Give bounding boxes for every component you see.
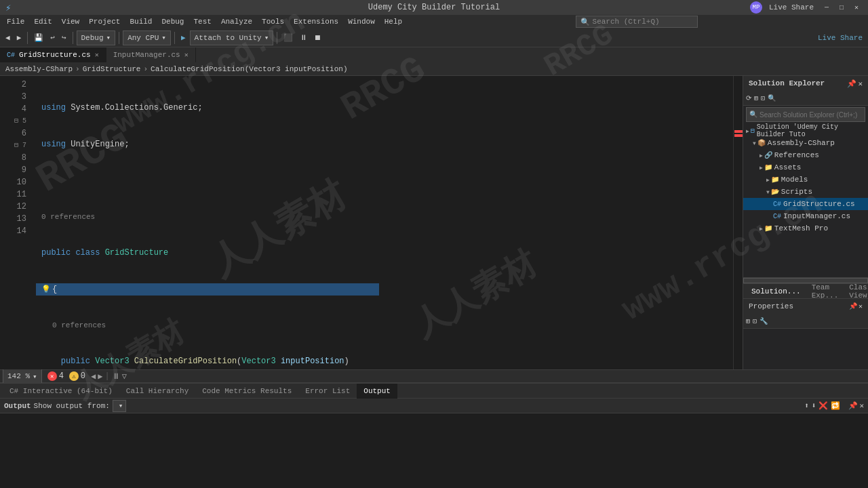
- se-search-bar[interactable]: 🔍: [746, 107, 865, 122]
- se-sync-icon[interactable]: ⟳: [746, 94, 751, 102]
- tb-icon-3[interactable]: ⏹: [311, 30, 324, 45]
- start-button[interactable]: ▶: [178, 30, 189, 45]
- menu-debug[interactable]: Debug: [157, 15, 188, 28]
- menu-help[interactable]: Help: [380, 15, 406, 28]
- se-references-node[interactable]: ▶ 🔗 References: [743, 149, 868, 161]
- se-assembly-node[interactable]: ▼ 📦 Assembly-CSharp: [743, 137, 868, 149]
- close-button[interactable]: ✕: [850, 1, 863, 14]
- breadcrumb-method[interactable]: CalculateGridPosition(Vector3 inputPosit…: [151, 65, 347, 73]
- prop-pin-icon[interactable]: 📌: [849, 302, 857, 310]
- show-output-dropdown[interactable]: ▾: [113, 400, 127, 412]
- menu-window[interactable]: Window: [344, 15, 379, 28]
- editor-area: C# GridStructure.cs ✕ InputManager.cs ✕ …: [0, 47, 868, 488]
- se-models-node[interactable]: ▶ 📁 Models: [743, 174, 868, 186]
- breadcrumb-assembly[interactable]: Assembly-CSharp: [5, 65, 73, 73]
- prop-icon-1[interactable]: ⊞: [746, 317, 750, 325]
- se-tab-team[interactable]: Team Exp...: [806, 284, 844, 299]
- se-scripts-label: Scripts: [781, 188, 812, 196]
- tab-inputmanager-close[interactable]: ✕: [184, 51, 189, 59]
- search-icon: 🔍: [580, 18, 590, 26]
- menu-build[interactable]: Build: [125, 15, 156, 28]
- tb-icon-2[interactable]: ⏸: [297, 30, 310, 45]
- show-output-label: Show output from:: [34, 402, 110, 410]
- maximize-button[interactable]: □: [835, 1, 848, 14]
- se-expand-icon[interactable]: ⊡: [761, 94, 765, 102]
- prop-icon-3[interactable]: 🔧: [760, 317, 768, 325]
- app-icon: ⚡: [5, 2, 11, 14]
- properties-panel: Properties 📌 ✕ ⊞ ⊡ 🔧: [743, 298, 868, 369]
- main-layout: C# GridStructure.cs ✕ InputManager.cs ✕ …: [0, 47, 868, 488]
- live-share-label[interactable]: Live Share: [769, 3, 814, 12]
- debug-mode-dropdown[interactable]: Debug ▾: [77, 30, 116, 45]
- nav-prev-icon[interactable]: ◀: [91, 371, 96, 382]
- se-header: Solution Explorer 📌 ✕: [743, 76, 868, 91]
- tab-gridstructure-close[interactable]: ✕: [95, 51, 99, 59]
- zoom-dropdown[interactable]: 142 % ▾: [3, 369, 42, 384]
- chevron-down-icon: ▾: [106, 33, 111, 42]
- se-solution-node[interactable]: ▶ ⊟ Solution 'Udemy City Builder Tuto: [743, 125, 868, 137]
- expand-models-arrow: ▶: [766, 177, 770, 183]
- filepath-bar: Assembly-CSharp › GridStructure › Calcul…: [0, 62, 868, 76]
- tb-undo[interactable]: ↩: [47, 30, 58, 45]
- se-textmesh-label: TextMesh Pro: [774, 224, 828, 232]
- se-tab-class[interactable]: Class View: [844, 284, 868, 299]
- menu-edit[interactable]: Edit: [30, 15, 56, 28]
- menu-tools[interactable]: Tools: [258, 15, 288, 28]
- tb-icon-1[interactable]: ⬛: [281, 30, 296, 45]
- se-inputmanager-file[interactable]: C# InputManager.cs: [743, 210, 868, 222]
- tab-output[interactable]: Output: [357, 384, 397, 399]
- tab-error-list[interactable]: Error List: [298, 384, 357, 399]
- error-indicator[interactable]: ✕ 4: [47, 371, 64, 381]
- tabs-bar: C# GridStructure.cs ✕ InputManager.cs ✕: [0, 47, 868, 62]
- output-icon-3[interactable]: ❌: [818, 401, 828, 410]
- se-search-input[interactable]: [760, 111, 862, 119]
- se-gridstructure-file[interactable]: C# GridStructure.cs: [743, 198, 868, 210]
- se-scripts-node[interactable]: ▼ 📂 Scripts: [743, 186, 868, 198]
- se-pin-icon[interactable]: 📌: [847, 79, 856, 88]
- code-line-hint-5: 0 references: [36, 211, 379, 222]
- output-icon-4[interactable]: 🔁: [831, 401, 840, 410]
- prop-close-icon[interactable]: ✕: [859, 302, 863, 310]
- tb-forward[interactable]: ▶: [14, 30, 24, 45]
- menu-project[interactable]: Project: [85, 15, 124, 28]
- live-share-toolbar-btn[interactable]: Live Share: [815, 30, 865, 45]
- se-filter-icon[interactable]: ⊞: [754, 94, 758, 102]
- minimize-button[interactable]: ─: [821, 1, 833, 14]
- search-bar[interactable]: 🔍 Search (Ctrl+Q): [576, 16, 698, 28]
- output-pin-icon[interactable]: 📌: [848, 401, 858, 410]
- menu-extensions[interactable]: Extensions: [290, 15, 342, 28]
- nav-next-icon[interactable]: ▶: [98, 371, 102, 382]
- tb-sep-4: [174, 32, 175, 44]
- se-search-icon[interactable]: 🔍: [768, 94, 776, 102]
- se-assets-node[interactable]: ▶ 📁 Assets: [743, 161, 868, 174]
- tab-gridstructure[interactable]: C# GridStructure.cs ✕: [0, 47, 106, 62]
- platform-dropdown[interactable]: Any CPU ▾: [123, 30, 171, 45]
- menu-analyze[interactable]: Analyze: [217, 15, 256, 28]
- prop-icon-2[interactable]: ⊡: [753, 317, 757, 325]
- menu-view[interactable]: View: [58, 15, 83, 28]
- menu-test[interactable]: Test: [189, 15, 215, 28]
- tab-csharp-interactive[interactable]: C# Interactive (64-bit): [3, 384, 119, 399]
- output-close-icon[interactable]: ✕: [859, 401, 864, 410]
- nav-stop-icon[interactable]: ⏸: [112, 371, 120, 382]
- se-close-icon[interactable]: ✕: [858, 79, 863, 88]
- code-editor[interactable]: 2 3 4 ⊟ 5 6 ⊟ 7 8 9 10 11 12 13 14: [0, 76, 743, 369]
- output-icon-2[interactable]: ⬇: [812, 401, 816, 410]
- code-line-hint-7: 0 references: [36, 320, 379, 331]
- tb-back[interactable]: ◀: [3, 30, 13, 45]
- tab-inputmanager[interactable]: InputManager.cs ✕: [106, 47, 196, 62]
- warning-indicator[interactable]: ⚠ 0: [69, 371, 85, 381]
- menu-file[interactable]: File: [3, 15, 28, 28]
- tb-save[interactable]: 💾: [31, 30, 46, 45]
- tab-call-hierarchy[interactable]: Call Hierarchy: [119, 384, 195, 399]
- tab-code-metrics[interactable]: Code Metrics Results: [195, 384, 298, 399]
- nav-go-icon[interactable]: ▽: [122, 371, 127, 382]
- tb-redo[interactable]: ↪: [59, 30, 69, 45]
- prop-toolbar: ⊞ ⊡ 🔧: [743, 314, 868, 329]
- se-textmesh-node[interactable]: ▶ 📁 TextMesh Pro: [743, 222, 868, 235]
- output-icon-1[interactable]: ⬆: [804, 401, 809, 410]
- attach-unity-dropdown[interactable]: Attach to Unity ▾: [190, 30, 274, 45]
- se-models-label: Models: [781, 176, 808, 184]
- breadcrumb-class[interactable]: GridStructure: [83, 65, 141, 73]
- se-tab-solution[interactable]: Solution...: [746, 284, 806, 299]
